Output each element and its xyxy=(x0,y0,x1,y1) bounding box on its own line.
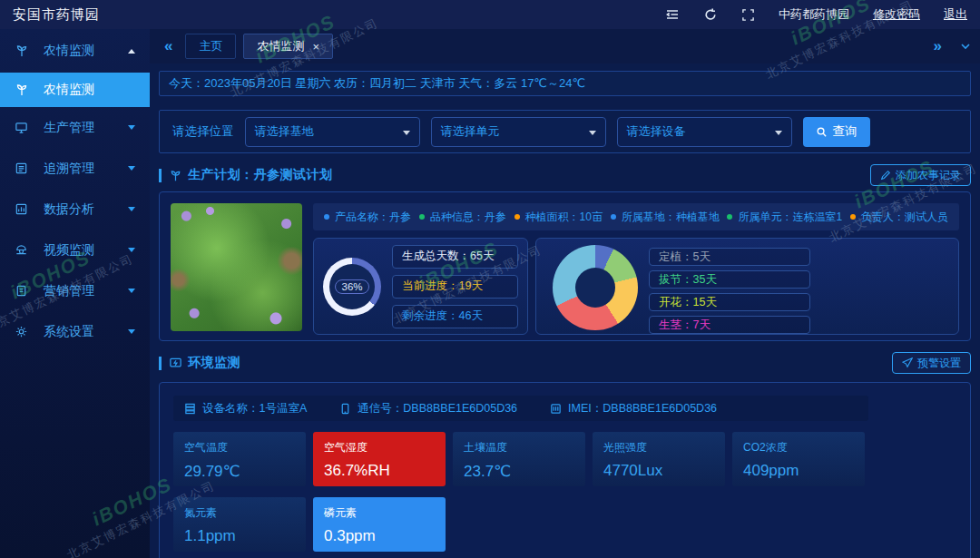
tabbar: « 主页 农情监测 × » xyxy=(150,29,980,64)
stage-shengjing: 生茎：7天 xyxy=(649,316,810,334)
device-select[interactable]: 请选择设备 xyxy=(617,117,792,147)
stat-current-progress: 当前进度：19天 xyxy=(392,275,518,299)
sensor-card-light[interactable]: 光照强度 4770Lux xyxy=(593,432,725,486)
select-placeholder: 请选择设备 xyxy=(627,123,686,140)
progress-percent: 36% xyxy=(335,279,368,294)
leaf-icon xyxy=(169,169,182,182)
chevron-down-icon xyxy=(589,131,596,135)
close-icon[interactable]: × xyxy=(312,40,319,54)
fullscreen-icon[interactable] xyxy=(741,8,755,22)
tabs-scroll-right-icon[interactable]: » xyxy=(928,37,947,55)
screen: 安国市药博园 中药都药博园 修改密码 退出 农情监测 xyxy=(0,0,980,558)
send-icon xyxy=(902,357,913,368)
sidebar-subitem-agri-monitor[interactable]: 农情监测 xyxy=(0,73,150,107)
stage-dingzhi: 定植：5天 xyxy=(649,248,810,266)
bullet-dot xyxy=(850,214,856,220)
sidebar: 农情监测 农情监测 生产管理 追溯管理 数据 xyxy=(0,29,150,558)
alert-settings-button[interactable]: 预警设置 xyxy=(892,352,971,374)
sidebar-item-data-analysis[interactable]: 数据分析 xyxy=(0,189,150,230)
sim-barcode-icon xyxy=(550,403,562,415)
bullet-dot xyxy=(514,214,520,220)
refresh-icon[interactable] xyxy=(703,7,718,22)
sidebar-item-agri-monitor-root[interactable]: 农情监测 xyxy=(0,29,150,73)
collapse-menu-icon[interactable] xyxy=(665,7,680,22)
sensor-card-air-temp[interactable]: 空气温度 29.79℃ xyxy=(173,432,306,486)
chevron-down-icon xyxy=(128,248,135,252)
content-area: 今天：2023年05月20日 星期六 农历：四月初二 天津市 天气：多云 17℃… xyxy=(150,71,980,558)
select-placeholder: 请选择单元 xyxy=(441,123,500,140)
section-title: 环境监测 xyxy=(188,355,240,371)
plant-photo xyxy=(171,203,302,331)
select-placeholder: 请选择基地 xyxy=(255,123,314,140)
tabs-scroll-left-icon[interactable]: « xyxy=(159,37,178,55)
topbar: 安国市药博园 中药都药博园 修改密码 退出 xyxy=(0,0,980,29)
sidebar-item-label: 视频监测 xyxy=(44,242,94,259)
add-farm-record-button[interactable]: 添加农事记录 xyxy=(870,164,971,186)
unit-select[interactable]: 请选择单元 xyxy=(431,117,606,147)
production-section-header: 生产计划：丹参测试计划 添加农事记录 xyxy=(159,162,971,188)
tab-agri-monitor[interactable]: 农情监测 × xyxy=(243,34,333,59)
tab-label: 农情监测 xyxy=(257,38,304,54)
sprout-icon xyxy=(15,83,29,97)
tabbar-right: » xyxy=(928,37,971,55)
monitor-icon xyxy=(15,121,29,135)
sidebar-item-production[interactable]: 生产管理 xyxy=(0,107,150,148)
chevron-down-icon xyxy=(128,207,135,211)
sensor-card-air-humidity[interactable]: 空气湿度 36.7%RH xyxy=(313,432,446,486)
document-icon xyxy=(15,284,29,299)
progress-stats: 生成总天数：65天 当前进度：19天 剩余进度：46天 xyxy=(392,245,518,328)
sidebar-item-label: 营销管理 xyxy=(44,283,94,299)
bullet-dot xyxy=(611,214,616,220)
topbar-actions: 中药都药博园 修改密码 退出 xyxy=(665,6,967,23)
change-password-link[interactable]: 修改密码 xyxy=(873,6,920,23)
search-button[interactable]: 查询 xyxy=(803,117,870,147)
filter-panel: 请选择位置 请选择基地 请选择单元 请选择设备 查询 xyxy=(159,110,971,153)
base-select[interactable]: 请选择基地 xyxy=(245,117,420,147)
section-title: 生产计划：丹参测试计划 xyxy=(188,167,333,183)
stage-stats: 定植：5天 拔节：35天 开花：15天 生茎：7天 xyxy=(649,242,810,334)
park-name-link[interactable]: 中药都药博园 xyxy=(779,6,849,23)
info-product-name: 产品名称：丹参 xyxy=(324,210,411,225)
pen-icon xyxy=(880,170,891,181)
chevron-down-icon xyxy=(128,166,135,171)
server-icon xyxy=(184,403,196,415)
growth-stage-donut xyxy=(553,245,638,330)
gear-icon xyxy=(15,325,29,339)
sidebar-item-video[interactable]: 视频监测 xyxy=(0,230,150,270)
list-icon xyxy=(15,162,29,176)
logout-link[interactable]: 退出 xyxy=(944,6,967,23)
sidebar-item-label: 数据分析 xyxy=(44,201,94,218)
progress-subpanel: 36% 生成总天数：65天 当前进度：19天 剩余进度：46天 xyxy=(313,238,528,335)
sensor-grid: 空气温度 29.79℃ 空气湿度 36.7%RH 土壤温度 23.7℃ 光照强度… xyxy=(173,432,872,552)
bullet-dot xyxy=(324,214,329,220)
sidebar-item-settings[interactable]: 系统设置 xyxy=(0,311,150,352)
date-weather-bar: 今天：2023年05月20日 星期六 农历：四月初二 天津市 天气：多云 17℃… xyxy=(159,71,971,96)
stage-bajie: 拔节：35天 xyxy=(649,270,810,289)
tabs-menu-chevron-icon[interactable] xyxy=(960,41,971,52)
device-name: 设备名称：1号温室A xyxy=(184,401,307,416)
sidebar-item-label: 追溯管理 xyxy=(44,161,94,177)
info-unit: 所属单元：连栋温室1 xyxy=(727,210,842,225)
sidebar-item-trace[interactable]: 追溯管理 xyxy=(0,148,150,189)
sprout-icon xyxy=(15,44,29,58)
search-icon xyxy=(816,126,828,138)
chart-icon xyxy=(15,202,29,217)
bullet-dot xyxy=(419,214,425,220)
environment-panel: 设备名称：1号温室A 通信号：DBB8BBE1E6D05D36 IMEI：DBB… xyxy=(159,382,971,558)
device-comm-number: 通信号：DBB8BBE1E6D05D36 xyxy=(339,401,517,416)
sensor-card-phosphorus[interactable]: 磷元素 0.3ppm xyxy=(313,497,446,552)
chevron-down-icon xyxy=(775,131,782,135)
info-area: 种植面积：10亩 xyxy=(514,210,603,225)
chevron-down-icon xyxy=(403,131,410,135)
sidebar-item-label: 农情监测 xyxy=(44,82,94,98)
sidebar-item-marketing[interactable]: 营销管理 xyxy=(0,270,150,311)
sidebar-item-label: 农情监测 xyxy=(44,43,94,59)
sensor-card-nitrogen[interactable]: 氮元素 1.1ppm xyxy=(173,497,306,552)
sensor-card-soil-temp[interactable]: 土壤温度 23.7℃ xyxy=(453,432,585,486)
main-content: « 主页 农情监测 × » 今天：2023年05月20日 星期六 农历：四月初二… xyxy=(150,29,980,558)
sensor-card-co2[interactable]: CO2浓度 409ppm xyxy=(732,432,865,486)
chevron-down-icon xyxy=(128,125,135,130)
environment-section-header: 环境监测 预警设置 xyxy=(159,350,971,376)
tab-home[interactable]: 主页 xyxy=(185,34,236,59)
device-info-bar: 设备名称：1号温室A 通信号：DBB8BBE1E6D05D36 IMEI：DBB… xyxy=(173,396,868,421)
